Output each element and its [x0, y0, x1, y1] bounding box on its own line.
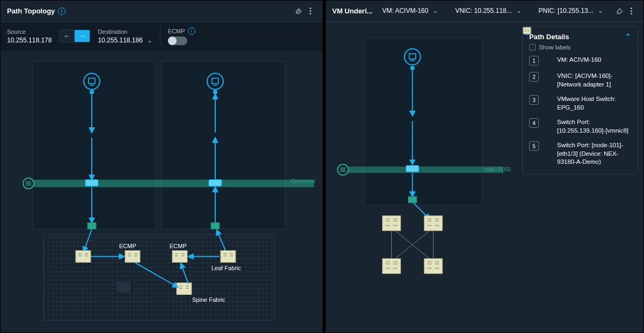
panel-header: Path Topology i [1, 1, 323, 22]
direction-toggle[interactable]: ← → [59, 30, 90, 42]
path-step[interactable]: 3 VMware Host Switch: EPG_160 [529, 95, 631, 112]
svg-rect-27 [125, 251, 140, 263]
svg-rect-47 [408, 197, 416, 203]
svg-rect-1 [162, 62, 285, 229]
chevron-down-icon: ⌄ [598, 7, 603, 15]
step-text: Switch Port: [node-101]-[eth1/3] (Device… [557, 141, 631, 166]
svg-point-9 [90, 90, 94, 95]
svg-rect-52 [424, 258, 442, 273]
path-details-title: Path Details [529, 33, 569, 41]
vm-dropdown-label: VM: ACIVM-160 [382, 7, 428, 15]
ecmp-label-2: ECMP [170, 243, 187, 249]
svg-rect-32 [177, 283, 192, 295]
vm-dropdown[interactable]: VM: ACIVM-160 ⌄ [381, 5, 439, 17]
checkbox-icon[interactable] [529, 44, 536, 50]
source-value: 10.255.118.178 [7, 37, 52, 44]
svg-point-19 [213, 90, 217, 95]
svg-rect-28 [172, 251, 187, 263]
svg-rect-22 [209, 180, 222, 186]
path-step[interactable]: 1 VM: ACIVM-160 [529, 56, 631, 66]
leaf-fabric-label: Leaf Fabric [211, 265, 241, 271]
chevron-up-icon[interactable]: ⌃ [625, 32, 631, 41]
source-field: Source 10.255.118.178 [7, 28, 52, 44]
vnic-icon [543, 72, 553, 82]
step-text: VNIC: [ACIVM-160]-[Network adapter 1] [557, 72, 631, 89]
svg-rect-24 [211, 223, 219, 229]
step-number: 4 [529, 118, 539, 128]
destination-value: 10.255.118.186 [98, 37, 142, 44]
info-icon[interactable]: i [188, 27, 195, 35]
common-label: Common [291, 178, 315, 184]
direction-left-icon[interactable]: ← [60, 30, 75, 42]
chevron-down-icon[interactable]: ⌄ [147, 37, 152, 44]
kebab-menu-icon[interactable] [304, 5, 316, 17]
spine-fabric-label: Spine Fabric [192, 296, 225, 303]
svg-rect-49 [383, 216, 401, 231]
step-text: VM: ACIVM-160 [557, 56, 601, 66]
step-number: 3 [529, 95, 539, 105]
svg-rect-14 [87, 223, 96, 229]
path-step[interactable]: 2 VNIC: [ACIVM-160]-[Network adapter 1] [529, 72, 631, 89]
panel-header: VM Underl... VM: ACIVM-160 ⌄ VNIC: 10.25… [326, 1, 643, 22]
chevron-down-icon: ⌄ [433, 7, 438, 15]
step-number: 5 [529, 141, 539, 151]
step-text: Switch Port: [10.255.139.160]-[vmnic8] [557, 118, 631, 135]
path-toolbar: Source 10.255.118.178 ← → Destination 10… [1, 22, 323, 50]
path-step[interactable]: 4 Switch Port: [10.255.139.160]-[vmnic8] [529, 118, 631, 135]
svg-rect-51 [383, 258, 401, 273]
direction-right-icon[interactable]: → [75, 30, 90, 42]
ecmp-label-1: ECMP [119, 243, 136, 249]
destination-label: Destination [98, 28, 152, 35]
destination-field[interactable]: Destination 10.255.118.186 ⌄ [98, 28, 152, 44]
panel-title: VM Underl... [332, 7, 372, 15]
panel-title-text: Path Topology [7, 7, 55, 15]
switch-icon [543, 141, 553, 151]
vlan-label: vlan-3160 [485, 166, 510, 172]
step-text: VMware Host Switch: EPG_160 [557, 95, 631, 112]
step-number: 1 [529, 56, 539, 66]
switch-port-icon [543, 118, 553, 128]
chevron-down-icon: ⌄ [516, 7, 522, 15]
ecmp-field: ECMP i [168, 27, 195, 45]
path-step[interactable]: 5 Switch Port: [node-101]-[eth1/3] (Devi… [529, 141, 631, 166]
path-topology-panel: Path Topology i Source 10.255.118.178 ← … [0, 0, 323, 333]
kebab-menu-icon[interactable] [625, 5, 637, 17]
svg-rect-36 [364, 38, 482, 205]
svg-rect-2 [24, 180, 314, 187]
show-labels-checkbox[interactable]: Show labels [529, 44, 631, 50]
pnic-dropdown-label: PNIC: [10.255.13... [539, 7, 594, 15]
svg-rect-64 [523, 27, 531, 34]
svg-rect-5 [43, 235, 274, 321]
svg-rect-26 [76, 251, 91, 263]
topology-canvas[interactable]: Common ECMP ECMP Leaf Fabric Spine Fabri… [1, 50, 323, 332]
svg-rect-50 [424, 216, 442, 231]
show-labels-label: Show labels [539, 44, 570, 50]
vnic-dropdown-label: VNIC: 10.255.118... [455, 7, 511, 15]
host-switch-icon [543, 95, 553, 105]
info-icon[interactable]: i [58, 8, 65, 15]
vm-underlay-panel: VM Underl... VM: ACIVM-160 ⌄ VNIC: 10.25… [325, 0, 644, 333]
step-number: 2 [529, 72, 539, 82]
svg-rect-35 [116, 282, 130, 293]
underlay-canvas[interactable]: vlan-3160 Path Details ⌃ Show labels 1 V… [326, 22, 643, 332]
pin-icon[interactable] [613, 5, 625, 17]
panel-title: Path Topology i [7, 7, 65, 15]
svg-rect-0 [33, 62, 156, 229]
pin-icon[interactable] [292, 5, 304, 17]
source-label: Source [7, 28, 52, 35]
svg-rect-12 [85, 180, 98, 186]
svg-rect-45 [406, 165, 419, 172]
svg-point-42 [410, 66, 414, 70]
panel-title-text: VM Underl... [332, 7, 372, 15]
ecmp-label: ECMP [168, 28, 185, 34]
path-details-panel: Path Details ⌃ Show labels 1 VM: ACIVM-1… [522, 26, 638, 175]
pnic-dropdown[interactable]: PNIC: [10.255.13... ⌄ [538, 5, 604, 17]
ecmp-toggle[interactable] [168, 37, 187, 45]
vnic-dropdown[interactable]: VNIC: 10.255.118... ⌄ [454, 5, 522, 17]
vm-icon [543, 56, 553, 66]
svg-rect-37 [338, 166, 503, 173]
svg-rect-29 [221, 251, 236, 263]
